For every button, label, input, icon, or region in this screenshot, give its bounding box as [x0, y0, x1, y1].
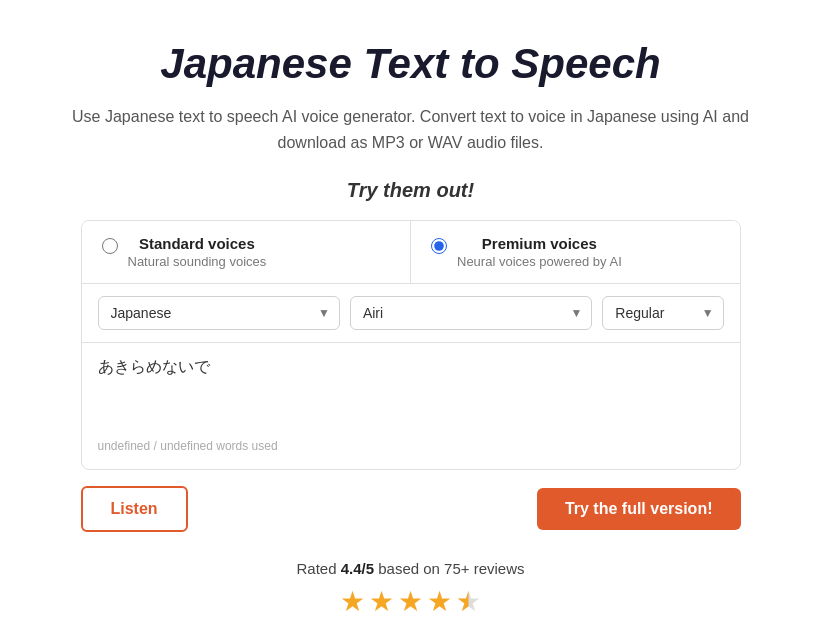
premium-voice-option[interactable]: Premium voices Neural voices powered by … — [411, 221, 740, 283]
premium-voice-text: Premium voices Neural voices powered by … — [457, 235, 622, 269]
rating-text: Rated 4.4/5 based on 75+ reviews — [60, 560, 761, 577]
page-title: Japanese Text to Speech — [60, 40, 761, 88]
try-heading: Try them out! — [60, 179, 761, 202]
star-1: ★ — [340, 585, 365, 618]
word-count: undefined / undefined words used — [98, 439, 724, 461]
style-select-wrapper: Regular Calm Cheerful Sad ▼ — [602, 296, 723, 330]
tts-input[interactable]: あきらめないで — [98, 355, 724, 435]
standard-voice-label: Standard voices — [128, 235, 267, 252]
tts-widget: Standard voices Natural sounding voices … — [81, 220, 741, 470]
voice-select-wrapper: Airi Akira Haruka Kenji ▼ — [350, 296, 592, 330]
premium-voice-label: Premium voices — [457, 235, 622, 252]
star-5-half: ★ ★ — [456, 585, 481, 618]
textarea-wrapper: あきらめないで undefined / undefined words used — [82, 343, 740, 469]
premium-voice-desc: Neural voices powered by AI — [457, 254, 622, 269]
style-select[interactable]: Regular Calm Cheerful Sad — [602, 296, 723, 330]
language-select-wrapper: Japanese English Spanish French German ▼ — [98, 296, 340, 330]
language-select[interactable]: Japanese English Spanish French German — [98, 296, 340, 330]
voice-select[interactable]: Airi Akira Haruka Kenji — [350, 296, 592, 330]
full-version-button[interactable]: Try the full version! — [537, 488, 741, 530]
star-2: ★ — [369, 585, 394, 618]
listen-button[interactable]: Listen — [81, 486, 188, 532]
standard-radio[interactable] — [102, 238, 118, 254]
selects-row: Japanese English Spanish French German ▼… — [82, 284, 740, 343]
premium-radio[interactable] — [431, 238, 447, 254]
stars-row: ★ ★ ★ ★ ★ ★ — [60, 585, 761, 618]
buttons-row: Listen Try the full version! — [81, 486, 741, 532]
rating-suffix: based on 75+ reviews — [374, 560, 525, 577]
voice-options-row: Standard voices Natural sounding voices … — [82, 221, 740, 284]
star-4: ★ — [427, 585, 452, 618]
main-container: Japanese Text to Speech Use Japanese tex… — [20, 20, 801, 620]
standard-voice-text: Standard voices Natural sounding voices — [128, 235, 267, 269]
star-3: ★ — [398, 585, 423, 618]
rating-score: 4.4/5 — [341, 560, 374, 577]
rating-section: Rated 4.4/5 based on 75+ reviews ★ ★ ★ ★… — [60, 560, 761, 618]
subtitle: Use Japanese text to speech AI voice gen… — [61, 104, 761, 155]
standard-voice-option[interactable]: Standard voices Natural sounding voices — [82, 221, 412, 283]
standard-voice-desc: Natural sounding voices — [128, 254, 267, 269]
rated-label: Rated — [296, 560, 340, 577]
